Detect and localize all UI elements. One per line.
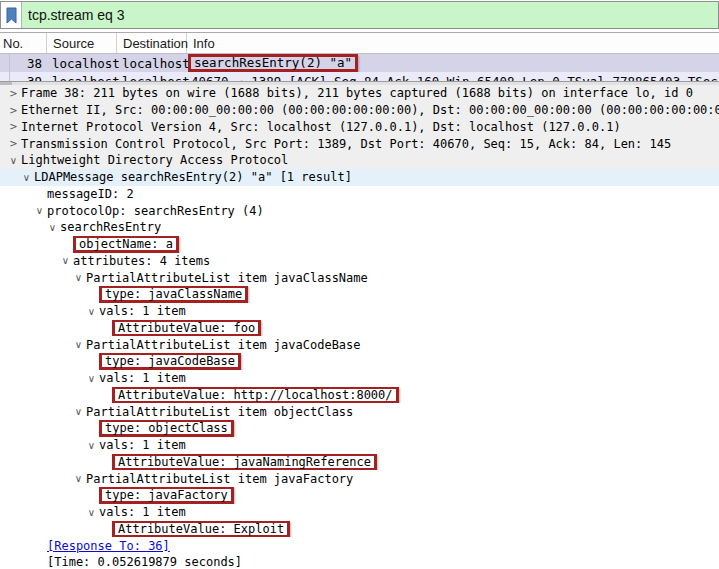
packet-destination: localhost	[116, 72, 186, 81]
packet-info: 40670 → 1389 [ACK] Seq=84 Ack=160 Win=65…	[186, 72, 719, 81]
detail-tree-row[interactable]: type: objectClass	[0, 420, 719, 437]
detail-tree-row[interactable]: ∨vals: 1 item	[0, 437, 719, 454]
chevron-down-icon[interactable]: ∨	[84, 373, 99, 384]
column-header-info[interactable]: Info	[187, 33, 719, 53]
chevron-down-icon[interactable]: ∨	[58, 255, 73, 266]
chevron-down-icon[interactable]: ∨	[71, 272, 86, 283]
detail-tree-row[interactable]: ∨LDAPMessage searchResEntry(2) "a" [1 re…	[0, 169, 719, 186]
detail-tree-row[interactable]: ∨vals: 1 item	[0, 303, 719, 320]
detail-tree-row[interactable]: >Transmission Control Protocol, Src Port…	[0, 135, 719, 152]
detail-text: vals: 1 item	[99, 437, 186, 453]
chevron-down-icon[interactable]: ∨	[45, 222, 60, 233]
packet-source: localhost	[46, 72, 116, 81]
detail-text: PartialAttributeList item javaClassName	[86, 270, 368, 286]
chevron-right-icon[interactable]: >	[6, 121, 21, 132]
packet-info-text: 40670 → 1389 [ACK] Seq=84 Ack=160 Win=65…	[191, 74, 719, 81]
annotation-box: AttributeValue: foo	[112, 320, 261, 337]
related-packet-indicator	[0, 54, 10, 72]
detail-tree-row[interactable]: objectName: a	[0, 236, 719, 253]
packet-details-pane: >Frame 38: 211 bytes on wire (1688 bits)…	[0, 85, 719, 569]
detail-text: Transmission Control Protocol, Src Port:…	[21, 136, 671, 152]
detail-tree-row[interactable]: >Frame 38: 211 bytes on wire (1688 bits)…	[0, 85, 719, 102]
related-packet-indicator	[0, 72, 10, 81]
packet-number: 38	[10, 56, 46, 71]
detail-text: vals: 1 item	[99, 303, 186, 319]
detail-text: PartialAttributeList item objectClass	[86, 404, 353, 420]
detail-tree-row[interactable]: ∨PartialAttributeList item javaClassName	[0, 269, 719, 286]
detail-tree-row[interactable]: AttributeValue: javaNamingReference	[0, 454, 719, 471]
detail-tree-row[interactable]: >Ethernet II, Src: 00:00:00_00:00:00 (00…	[0, 102, 719, 119]
display-filter-input[interactable]: tcp.stream eq 3	[22, 2, 718, 28]
detail-text: Internet Protocol Version 4, Src: localh…	[21, 119, 621, 135]
packet-number: 39	[10, 72, 46, 81]
detail-tree-row[interactable]: >Internet Protocol Version 4, Src: local…	[0, 119, 719, 136]
detail-tree-row[interactable]: AttributeValue: http://localhost:8000/	[0, 387, 719, 404]
detail-text: messageID: 2	[47, 186, 134, 202]
annotation-box: searchResEntry(2) "a"	[188, 54, 358, 72]
detail-text: searchResEntry	[60, 219, 161, 235]
chevron-down-icon[interactable]: ∨	[84, 440, 99, 451]
annotation-box: type: objectClass	[99, 420, 234, 437]
chevron-down-icon[interactable]: ∨	[71, 339, 86, 350]
chevron-down-icon[interactable]: ∨	[32, 205, 47, 216]
detail-text: LDAPMessage searchResEntry(2) "a" [1 res…	[34, 169, 352, 185]
detail-text: Frame 38: 211 bytes on wire (1688 bits),…	[21, 85, 693, 101]
chevron-down-icon[interactable]: ∨	[84, 507, 99, 518]
detail-tree-row[interactable]: ∨Lightweight Directory Access Protocol	[0, 152, 719, 169]
detail-tree-row[interactable]: ∨searchResEntry	[0, 219, 719, 236]
detail-tree-row[interactable]: ∨attributes: 4 items	[0, 253, 719, 270]
detail-tree-row[interactable]: type: javaCodeBase	[0, 353, 719, 370]
chevron-right-icon[interactable]: >	[6, 105, 21, 116]
chevron-down-icon[interactable]: ∨	[71, 473, 86, 484]
detail-text: Lightweight Directory Access Protocol	[21, 152, 288, 168]
detail-tree-row[interactable]: ∨PartialAttributeList item javaCodeBase	[0, 336, 719, 353]
detail-text: Ethernet II, Src: 00:00:00_00:00:00 (00:…	[21, 102, 719, 118]
detail-text: vals: 1 item	[99, 370, 186, 386]
detail-tree-row[interactable]: messageID: 2	[0, 186, 719, 203]
display-filter-bar: tcp.stream eq 3	[0, 1, 719, 29]
annotation-box: objectName: a	[73, 236, 179, 253]
detail-tree-row[interactable]: ∨PartialAttributeList item javaFactory	[0, 470, 719, 487]
detail-tree-row[interactable]: ∨vals: 1 item	[0, 370, 719, 387]
detail-tree-row[interactable]: type: javaFactory	[0, 487, 719, 504]
packet-list: No. Source Destination Info 38localhostl…	[0, 32, 719, 81]
annotation-box: type: javaClassName	[99, 286, 248, 303]
annotation-box: type: javaFactory	[99, 487, 234, 504]
detail-text: PartialAttributeList item javaFactory	[86, 471, 353, 487]
filter-bookmark-button[interactable]	[1, 2, 22, 28]
pane-divider[interactable]	[0, 81, 719, 85]
detail-tree-row[interactable]: AttributeValue: Exploit	[0, 521, 719, 538]
annotation-box: AttributeValue: http://localhost:8000/	[112, 387, 399, 404]
chevron-right-icon[interactable]: >	[6, 138, 21, 149]
detail-tree-row[interactable]: AttributeValue: foo	[0, 320, 719, 337]
chevron-right-icon[interactable]: >	[6, 88, 21, 99]
packet-row[interactable]: 39localhostlocalhost40670 → 1389 [ACK] S…	[0, 72, 719, 81]
packet-list-header: No. Source Destination Info	[0, 33, 719, 54]
detail-text: attributes: 4 items	[73, 253, 210, 269]
detail-text: PartialAttributeList item javaCodeBase	[86, 337, 361, 353]
detail-tree-row[interactable]: ∨vals: 1 item	[0, 504, 719, 521]
detail-tree-row[interactable]: ∨PartialAttributeList item objectClass	[0, 403, 719, 420]
annotation-box: AttributeValue: Exploit	[112, 521, 290, 538]
detail-tree-row[interactable]: [Response To: 36]	[0, 537, 719, 554]
detail-tree-row[interactable]: type: javaClassName	[0, 286, 719, 303]
chevron-down-icon[interactable]: ∨	[84, 306, 99, 317]
column-header-destination[interactable]: Destination	[117, 33, 187, 53]
column-header-no[interactable]: No.	[0, 33, 47, 53]
chevron-down-icon[interactable]: ∨	[19, 172, 34, 183]
detail-tree-row[interactable]: [Time: 0.052619879 seconds]	[0, 554, 719, 569]
response-link[interactable]: [Response To: 36]	[47, 538, 170, 554]
wireshark-window: tcp.stream eq 3 No. Source Destination I…	[0, 1, 719, 569]
annotation-box: AttributeValue: javaNamingReference	[112, 454, 377, 471]
bookmark-icon	[5, 7, 18, 24]
scroll-corner	[0, 82, 12, 85]
packet-row[interactable]: 38localhostlocalhostsearchResEntry(2) "a…	[0, 54, 719, 72]
packet-rows: 38localhostlocalhostsearchResEntry(2) "a…	[0, 54, 719, 81]
chevron-down-icon[interactable]: ∨	[6, 155, 21, 166]
detail-tree-row[interactable]: ∨protocolOp: searchResEntry (4)	[0, 202, 719, 219]
chevron-down-icon[interactable]: ∨	[71, 406, 86, 417]
column-header-source[interactable]: Source	[47, 33, 117, 53]
detail-text: vals: 1 item	[99, 504, 186, 520]
packet-destination: localhost	[116, 56, 186, 71]
packet-source: localhost	[46, 56, 116, 71]
